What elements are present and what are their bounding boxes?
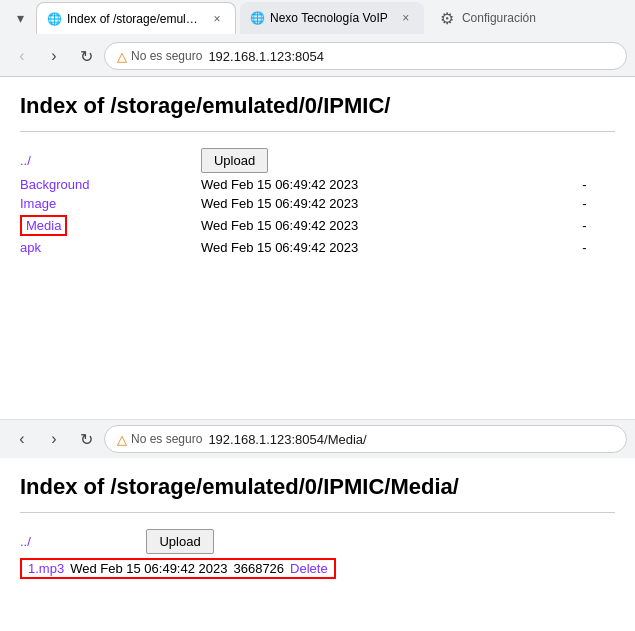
file-size-image: - [582,194,615,213]
tab1-close-button[interactable]: × [209,12,225,26]
delete-link-mp3[interactable]: Delete [290,561,328,576]
file-size-media: - [582,213,615,238]
tab2-favicon: 🌐 [250,11,264,25]
browser-chrome-2: ‹ › ↻ △ No es seguro 192.168.1.123:8054/… [0,420,635,458]
url-text-2: 192.168.1.123:8054/Media/ [208,432,366,447]
page2-divider [20,512,615,513]
browser-chrome: ▾ 🌐 Index of /storage/emulated/0/I... × … [0,0,635,77]
page1-content: Index of /storage/emulated/0/IPMIC/ ../ … [0,77,635,273]
table-row: Background Wed Feb 15 06:49:42 2023 - [20,175,615,194]
file-size-mp3: 3668726 [233,561,284,576]
address-bar-row-2: ‹ › ↻ △ No es seguro 192.168.1.123:8054/… [0,420,635,458]
security-label-2: No es seguro [131,432,202,446]
page2-file-table: ../ Upload 1.mp3 Wed Feb 15 06:49:42 202… [20,527,615,581]
page1-divider [20,131,615,132]
file-date-media: Wed Feb 15 06:49:42 2023 [201,213,582,238]
address-bar-1[interactable]: △ No es seguro 192.168.1.123:8054 [104,42,627,70]
tab-1[interactable]: 🌐 Index of /storage/emulated/0/I... × [36,2,236,34]
page1-file-table: ../ Upload Background Wed Feb 15 06:49:4… [20,146,615,257]
tab-bar: ▾ 🌐 Index of /storage/emulated/0/I... × … [0,0,635,36]
file-link-background[interactable]: Background [20,177,89,192]
table-row: ../ Upload [20,527,615,556]
table-row: ../ Upload [20,146,615,175]
page1-area: Index of /storage/emulated/0/IPMIC/ ../ … [0,77,635,420]
security-badge-2: △ No es seguro [117,432,202,447]
reload-button-2[interactable]: ↻ [72,425,100,453]
warning-icon-2: △ [117,432,127,447]
file-size-background: - [582,175,615,194]
forward-button-2[interactable]: › [40,425,68,453]
file-date-mp3: Wed Feb 15 06:49:42 2023 [70,561,227,576]
table-row-mp3: 1.mp3 Wed Feb 15 06:49:42 2023 3668726 D… [20,556,615,581]
upload-button-2[interactable]: Upload [146,529,213,554]
file-link-mp3[interactable]: 1.mp3 [28,561,64,576]
file-date-background: Wed Feb 15 06:49:42 2023 [201,175,582,194]
tab-2[interactable]: 🌐 Nexo Tecnología VoIP × [240,2,424,34]
table-row-media: Media Wed Feb 15 06:49:42 2023 - [20,213,615,238]
tab1-favicon: 🌐 [47,12,61,26]
parent-link-1[interactable]: ../ [20,153,31,168]
file-link-image[interactable]: Image [20,196,56,211]
file-link-apk[interactable]: apk [20,240,41,255]
reload-button-1[interactable]: ↻ [72,42,100,70]
config-area: ⚙ Configuración [428,2,548,34]
page2-area: Index of /storage/emulated/0/IPMIC/Media… [0,458,635,597]
tab-list-icon: ▾ [17,10,24,26]
file-date-apk: Wed Feb 15 06:49:42 2023 [201,238,582,257]
config-label: Configuración [462,11,536,25]
address-bar-row-1: ‹ › ↻ △ No es seguro 192.168.1.123:8054 [0,36,635,76]
mp3-highlight-box: 1.mp3 Wed Feb 15 06:49:42 2023 3668726 D… [20,558,336,579]
tab1-title: Index of /storage/emulated/0/I... [67,12,199,26]
address-bar-2[interactable]: △ No es seguro 192.168.1.123:8054/Media/ [104,425,627,453]
warning-icon-1: △ [117,49,127,64]
page1-title: Index of /storage/emulated/0/IPMIC/ [20,93,615,119]
back-button-2[interactable]: ‹ [8,425,36,453]
parent-link-2[interactable]: ../ [20,534,31,549]
gear-icon[interactable]: ⚙ [440,9,454,28]
table-row: Image Wed Feb 15 06:49:42 2023 - [20,194,615,213]
forward-button-1[interactable]: › [40,42,68,70]
security-label-1: No es seguro [131,49,202,63]
url-text-1: 192.168.1.123:8054 [208,49,324,64]
file-link-media[interactable]: Media [26,218,61,233]
tab2-close-button[interactable]: × [398,11,414,25]
file-date-image: Wed Feb 15 06:49:42 2023 [201,194,582,213]
tab-list-button[interactable]: ▾ [8,6,32,30]
tab2-title: Nexo Tecnología VoIP [270,11,388,25]
page2-title: Index of /storage/emulated/0/IPMIC/Media… [20,474,615,500]
media-highlight-box: Media [20,215,67,236]
back-button-1[interactable]: ‹ [8,42,36,70]
security-badge-1: △ No es seguro [117,49,202,64]
file-size-apk: - [582,238,615,257]
table-row: apk Wed Feb 15 06:49:42 2023 - [20,238,615,257]
upload-button-1[interactable]: Upload [201,148,268,173]
